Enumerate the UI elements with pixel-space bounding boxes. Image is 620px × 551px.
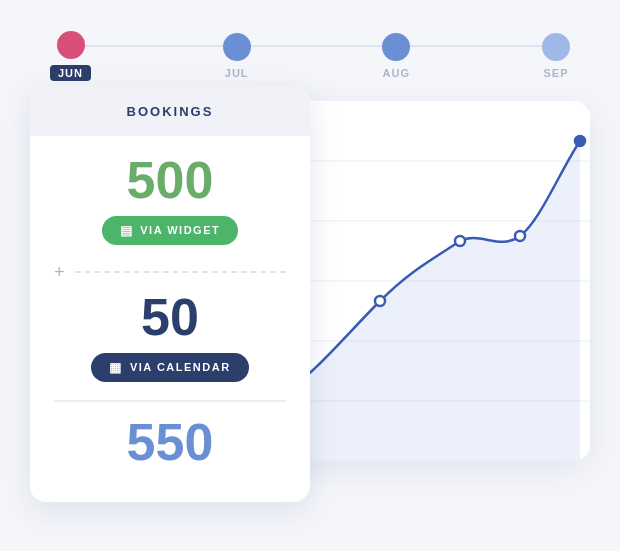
timeline-dot-aug	[382, 33, 410, 61]
via-calendar-label: VIA CALENDAR	[130, 361, 231, 373]
bookings-body: 500 ▤ VIA WIDGET + 50 ▦ VIA CALENDAR 550	[30, 136, 310, 478]
timeline: JUN JUL AUG SEP	[30, 31, 590, 81]
timeline-dot-jun	[57, 31, 85, 59]
via-calendar-badge[interactable]: ▦ VIA CALENDAR	[91, 353, 248, 382]
widget-count: 500	[127, 154, 214, 206]
timeline-label-jun: JUN	[50, 65, 91, 81]
dashed-divider	[75, 271, 286, 273]
bookings-header: BOOKINGS	[30, 86, 310, 136]
timeline-label-aug: AUG	[383, 67, 410, 79]
timeline-label-jul: JUL	[225, 67, 249, 79]
main-scene: JUN JUL AUG SEP	[30, 31, 590, 521]
bookings-card: BOOKINGS 500 ▤ VIA WIDGET + 50 ▦ VIA CAL…	[30, 86, 310, 502]
timeline-label-sep: SEP	[543, 67, 568, 79]
timeline-item-sep[interactable]: SEP	[542, 33, 570, 79]
total-divider	[54, 400, 286, 402]
widget-icon: ▤	[120, 223, 134, 238]
divider-plus-row: +	[54, 263, 286, 281]
timeline-item-aug[interactable]: AUG	[382, 33, 410, 79]
calendar-icon: ▦	[109, 360, 123, 375]
timeline-dot-sep	[542, 33, 570, 61]
total-count: 550	[127, 416, 214, 468]
svg-point-7	[515, 231, 525, 241]
svg-point-5	[375, 296, 385, 306]
via-widget-badge[interactable]: ▤ VIA WIDGET	[102, 216, 238, 245]
via-widget-label: VIA WIDGET	[140, 224, 220, 236]
bookings-title: BOOKINGS	[127, 104, 214, 119]
timeline-item-jun[interactable]: JUN	[50, 31, 91, 81]
svg-point-6	[455, 236, 465, 246]
plus-icon: +	[54, 263, 65, 281]
calendar-count: 50	[141, 291, 199, 343]
timeline-item-jul[interactable]: JUL	[223, 33, 251, 79]
svg-point-8	[575, 136, 585, 146]
timeline-dot-jul	[223, 33, 251, 61]
